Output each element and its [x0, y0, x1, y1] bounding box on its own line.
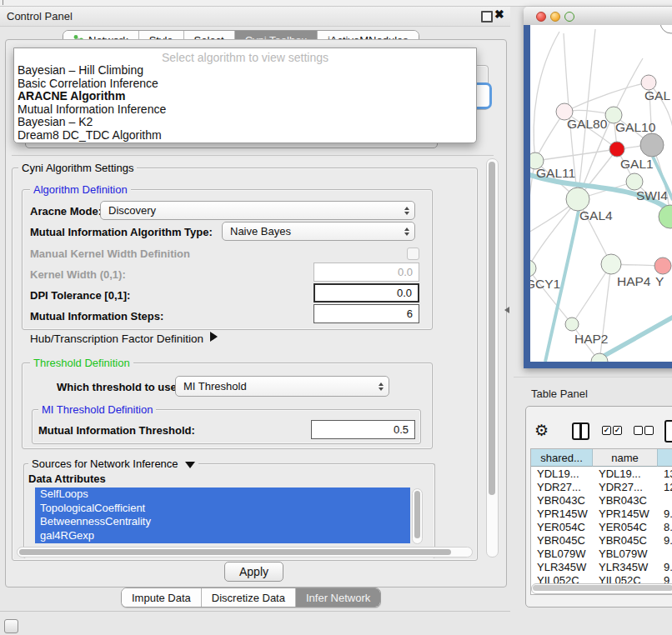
tab-impute-data[interactable]: Impute Data: [122, 588, 202, 607]
attribute-item[interactable]: SelfLoops: [35, 488, 410, 502]
table-hscrollbar[interactable]: [531, 583, 672, 594]
network-node[interactable]: [609, 142, 624, 157]
tab-infer-network[interactable]: Infer Network: [296, 588, 380, 607]
close-traffic-light-icon[interactable]: [536, 12, 546, 22]
manual-kernel-checkbox[interactable]: [407, 248, 419, 260]
kernel-width-field[interactable]: 0.0: [313, 262, 419, 282]
settings-vscrollbar[interactable]: [486, 158, 499, 558]
algorithm-option[interactable]: Dream8 DC_TDC Algorithm: [14, 129, 476, 142]
network-node[interactable]: [566, 188, 589, 211]
table-cell: YDL19...: [537, 468, 579, 480]
settings-hscrollbar[interactable]: [17, 547, 473, 558]
which-threshold-value: MI Threshold: [183, 380, 247, 392]
sources-collapse-arrow-icon[interactable]: [185, 462, 195, 468]
table-row[interactable]: YER054CYER054C8.: [531, 521, 672, 534]
algorithm-popup-prompt: Select algorithm to view settings: [14, 51, 476, 64]
node-label: GAL: [644, 88, 670, 102]
tab-discretize-data[interactable]: Discretize Data: [202, 588, 296, 607]
which-threshold-label: Which threshold to use:: [57, 381, 180, 393]
document-icon[interactable]: [664, 420, 672, 442]
network-graph[interactable]: GALGAL80GAL10GAL1GAL11SWI4GAL4GCY1HAP4YH…: [530, 25, 672, 362]
data-attributes-label: Data Attributes: [28, 472, 106, 485]
attribute-table[interactable]: shared...nameYDL19...YDL19...13YDR27...Y…: [530, 448, 672, 595]
table-row[interactable]: YPR145WYPR145W9.: [531, 508, 672, 521]
dpi-tolerance-field[interactable]: 0.0: [313, 283, 419, 302]
hub-expand-arrow-icon[interactable]: [210, 332, 218, 342]
algorithm-option[interactable]: Bayesian – K2: [14, 116, 476, 129]
hub-section-label[interactable]: Hub/Transcription Factor Definition: [30, 332, 203, 345]
top-strip: [0, 0, 672, 7]
sources-title-text: Sources for Network Inference: [32, 458, 178, 470]
checked-checkbox-icon-2[interactable]: ✓: [613, 426, 622, 435]
close-icon[interactable]: ✖: [494, 8, 504, 21]
network-node[interactable]: [530, 260, 536, 277]
which-threshold-combo[interactable]: MI Threshold: [175, 376, 389, 397]
mi-type-value: Naive Bayes: [230, 225, 291, 238]
screen: Control Panel ✖ NetworkStyleSelectCyni T…: [0, 0, 672, 635]
column-header[interactable]: shared...: [531, 449, 593, 467]
network-node[interactable]: [660, 25, 672, 33]
algorithm-option[interactable]: Basic Correlation Inference: [14, 78, 476, 91]
network-node[interactable]: [626, 173, 643, 190]
apply-button[interactable]: Apply: [224, 562, 283, 582]
sources-title[interactable]: Sources for Network Inference: [28, 458, 198, 470]
table-cell: YBR045C: [537, 534, 585, 547]
network-node[interactable]: [565, 318, 579, 331]
algorithm-option[interactable]: Bayesian – Hill Climbing: [14, 64, 476, 78]
network-window-titlebar[interactable]: [524, 7, 672, 26]
combo-arrows-icon: [379, 382, 384, 391]
aracne-mode-combo[interactable]: Discovery: [100, 201, 415, 220]
network-edge[interactable]: [535, 149, 617, 161]
mi-type-combo[interactable]: Naive Bayes: [222, 222, 415, 241]
table-cell: YBR045C: [599, 534, 647, 547]
network-node[interactable]: [640, 133, 664, 157]
attribute-item[interactable]: TopologicalCoefficient: [35, 502, 410, 516]
network-node[interactable]: [659, 205, 672, 228]
attribute-item[interactable]: BetweennessCentrality: [35, 515, 410, 529]
network-node[interactable]: [654, 258, 671, 274]
zoom-traffic-light-icon[interactable]: [564, 12, 574, 22]
column-header[interactable]: name: [593, 449, 658, 467]
network-edge[interactable]: [534, 32, 559, 161]
table-row[interactable]: YDL19...YDL19...13: [531, 468, 672, 481]
float-window-icon[interactable]: [481, 11, 493, 22]
mi-threshold-title: MI Threshold Definition: [38, 403, 156, 416]
split-columns-icon[interactable]: [572, 422, 589, 440]
node-label: GAL80: [567, 117, 608, 131]
panel-corner-icon[interactable]: [4, 619, 18, 633]
node-label: GCY1: [530, 277, 560, 291]
network-edge[interactable]: [578, 29, 595, 199]
table-cell: YER054C: [537, 521, 585, 533]
splitter-handle-icon[interactable]: [504, 307, 509, 313]
bottom-tabs: Impute DataDiscretize DataInfer Network: [121, 588, 381, 608]
column-header[interactable]: [658, 449, 672, 467]
algorithm-option[interactable]: Mutual Information Inference: [14, 103, 476, 117]
attribute-item[interactable]: gal4RGexp: [35, 529, 410, 543]
unchecked-checkbox-icon-1[interactable]: [634, 426, 643, 435]
table-row[interactable]: YDR27...YDR27...12: [531, 481, 672, 494]
network-edge[interactable]: [564, 82, 649, 112]
data-attributes-list[interactable]: SelfLoopsTopologicalCoefficientBetweenne…: [35, 488, 410, 543]
table-cell: YDL19...: [599, 468, 641, 480]
checked-checkbox-icon-1[interactable]: ✓: [602, 426, 611, 435]
tab-label: Infer Network: [306, 592, 370, 604]
table-row[interactable]: YBR045CYBR045C9.: [531, 534, 672, 548]
control-panel-bottom-edge: [0, 611, 510, 612]
table-row[interactable]: YBL079WYBL079W: [531, 548, 672, 561]
algorithm-option[interactable]: ARACNE Algorithm: [14, 90, 476, 103]
gear-icon[interactable]: ⚙: [534, 421, 549, 440]
minimize-traffic-light-icon[interactable]: [550, 12, 560, 22]
table-cell: YBR043C: [537, 494, 585, 507]
attributes-scrollbar[interactable]: [412, 488, 423, 544]
table-row[interactable]: YBR043CYBR043C: [531, 494, 672, 508]
table-row[interactable]: YLR345WYLR345W9.: [531, 561, 672, 574]
aracne-mode-value: Discovery: [108, 204, 156, 217]
unchecked-checkbox-icon-2[interactable]: [644, 426, 654, 435]
table-cell: YDR27...: [599, 481, 643, 493]
node-label: Y: [655, 274, 664, 288]
mi-steps-field[interactable]: 6: [313, 304, 419, 323]
mi-threshold-field[interactable]: 0.5: [311, 420, 415, 439]
network-node[interactable]: [601, 254, 621, 274]
node-label: GAL11: [536, 166, 575, 180]
network-edge[interactable]: [530, 199, 578, 268]
